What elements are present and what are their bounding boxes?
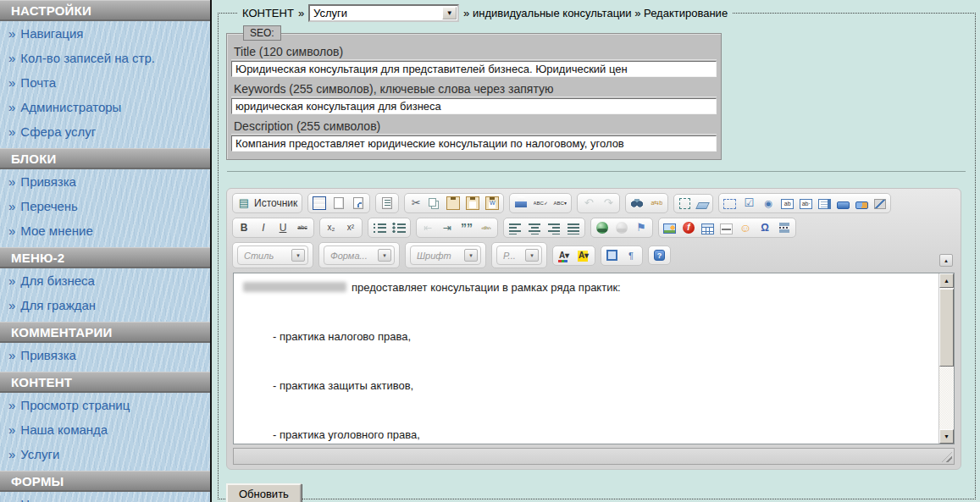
align-justify-button[interactable]	[567, 221, 580, 234]
sidebar-item-привязка[interactable]: »Привязка	[0, 343, 210, 367]
update-button[interactable]: Обновить	[226, 483, 302, 502]
hidden-field-button[interactable]	[874, 197, 886, 209]
maximize-button[interactable]	[606, 249, 618, 262]
sidebar-item-услуги[interactable]: »Услуги	[0, 442, 210, 466]
scroll-up-button[interactable]: ▲	[939, 273, 954, 288]
select-all-button[interactable]	[678, 197, 691, 210]
sidebar-item-привязка[interactable]: »Привязка	[0, 169, 210, 194]
combo-стиль[interactable]: Стиль▾	[237, 245, 308, 265]
sidebar-item-кол-во-записей-на-стр-[interactable]: »Кол-во записей на стр.	[0, 46, 210, 70]
show-blocks-button[interactable]: ¶	[624, 249, 638, 262]
blockquote-button[interactable]: ””	[460, 221, 473, 234]
spellcheck-menu-button[interactable]: ABC▾	[553, 196, 567, 210]
page-break-button[interactable]	[778, 221, 791, 234]
flash-button[interactable]: f	[682, 221, 695, 234]
paste-word-button[interactable]: W	[485, 196, 499, 210]
select-dropdown-icon[interactable]: ▼	[442, 7, 457, 19]
indent-button[interactable]: ⇥	[440, 221, 454, 234]
checkbox-button[interactable]: ☑	[742, 196, 756, 210]
spellcheck-button[interactable]: ABC✓	[534, 196, 547, 210]
image-button-button[interactable]	[855, 198, 868, 209]
align-center-button[interactable]	[528, 221, 541, 234]
editor-resize-handle[interactable]	[942, 452, 952, 462]
numbered-list-icon	[373, 221, 386, 234]
combo-шрифт[interactable]: Шрифт▾	[410, 245, 481, 265]
find-button[interactable]	[630, 196, 644, 210]
paste-button[interactable]	[446, 196, 460, 210]
about-button[interactable]: ?	[653, 249, 666, 262]
sidebar-item-администраторы[interactable]: »Администраторы	[0, 95, 210, 119]
anchor-button[interactable]: ⚑	[634, 221, 648, 234]
unlink-button[interactable]	[615, 221, 628, 234]
copy-button[interactable]	[429, 198, 440, 209]
sidebar-item-мое-мнение[interactable]: »Мое мнение	[0, 218, 210, 243]
chevron-down-icon[interactable]: ▾	[378, 249, 391, 262]
subscript-button[interactable]: x₂	[324, 221, 338, 234]
smiley-button[interactable]: ☺	[739, 221, 752, 234]
toolbar-collapse-button[interactable]: ▴	[939, 254, 953, 267]
toolbar-row-3: Стиль▾Форма...▾Шрифт▾Р...▾A▾A▾¶?	[232, 242, 955, 268]
scroll-down-button[interactable]: ▼	[939, 429, 954, 444]
numbered-list-button[interactable]	[373, 221, 386, 234]
combo-р[interactable]: Р...▾	[496, 245, 542, 265]
italic-button[interactable]: I	[257, 221, 270, 234]
editor-content[interactable]: предоставляет консультации в рамках ряда…	[234, 273, 954, 444]
bg-color-button[interactable]: A▾	[577, 249, 590, 262]
remove-format-button[interactable]	[697, 198, 708, 209]
bulleted-list-button[interactable]	[392, 221, 406, 234]
new-page-button[interactable]	[332, 196, 346, 210]
paste-text-button[interactable]	[466, 196, 479, 210]
sidebar-item-сфера-услуг[interactable]: »Сфера услуг	[0, 119, 210, 144]
redo-button[interactable]: ↷	[601, 196, 615, 210]
templates-button[interactable]	[380, 196, 394, 210]
link-button[interactable]	[595, 221, 609, 234]
chevron-down-icon[interactable]: ▾	[525, 249, 539, 262]
table-button[interactable]	[701, 222, 714, 234]
editor-scrollbar[interactable]: ▲ ▼	[938, 273, 954, 444]
print-button[interactable]	[514, 196, 528, 210]
sidebar-item-навигация[interactable]: »Навигация	[0, 21, 210, 46]
scrollbar-thumb[interactable]	[939, 289, 954, 367]
select-field-button[interactable]	[818, 197, 831, 209]
source-button[interactable]: ▤Источник	[237, 196, 297, 210]
sidebar-item-наша-команда[interactable]: »Наша команда	[0, 417, 210, 442]
image-button[interactable]	[663, 222, 676, 234]
seo-field-input[interactable]	[231, 135, 717, 152]
preview-button[interactable]	[352, 196, 365, 210]
cut-button[interactable]: ✂	[409, 196, 423, 210]
sidebar-item-для-граждан[interactable]: »Для граждан	[0, 293, 210, 317]
div-container-button[interactable]: ‹div›	[479, 221, 493, 234]
form-button[interactable]	[723, 197, 736, 209]
paste-word-icon: W	[485, 196, 499, 210]
text-color-button[interactable]: A▾	[557, 249, 571, 262]
replace-button[interactable]: a⇆b	[650, 196, 663, 210]
align-right-button[interactable]	[547, 221, 561, 234]
combo-форма[interactable]: Форма...▾	[324, 245, 395, 265]
button-field-button[interactable]	[837, 198, 850, 209]
seo-field-input[interactable]	[231, 61, 717, 77]
superscript-button[interactable]: x²	[344, 221, 357, 234]
seo-field-input[interactable]	[231, 98, 717, 114]
align-left-button[interactable]	[508, 221, 522, 234]
sidebar-item-для-бизнеса[interactable]: »Для бизнеса	[0, 268, 210, 293]
sidebar-item-просмотр-страниц[interactable]: »Просмотр страниц	[0, 393, 210, 417]
scrollbar-track[interactable]	[939, 367, 954, 429]
undo-button[interactable]: ↶	[582, 196, 595, 210]
cut-icon: ✂	[409, 196, 423, 210]
sidebar-item-перечень[interactable]: »Перечень	[0, 194, 210, 218]
underline-button[interactable]: U	[276, 221, 290, 234]
text-field-button[interactable]: ab	[781, 197, 794, 209]
sidebar-item-почта[interactable]: »Почта	[0, 70, 210, 95]
outdent-button[interactable]: ⇤	[421, 221, 435, 234]
sidebar-item-новые-вопросы[interactable]: »Новые вопросы	[0, 492, 210, 502]
radio-button[interactable]: ◉	[761, 196, 775, 210]
chevron-down-icon[interactable]: ▾	[464, 249, 478, 262]
chevron-down-icon[interactable]: ▾	[291, 249, 305, 262]
save-button[interactable]	[313, 196, 326, 210]
strike-button[interactable]: abc	[296, 221, 309, 234]
horizontal-rule-button[interactable]	[720, 222, 733, 234]
textarea-button[interactable]: ab·	[800, 197, 812, 209]
content-section-select[interactable]: Услуги ▼	[308, 4, 459, 22]
bold-button[interactable]: B	[237, 221, 251, 234]
special-char-button[interactable]: Ω	[758, 221, 772, 234]
